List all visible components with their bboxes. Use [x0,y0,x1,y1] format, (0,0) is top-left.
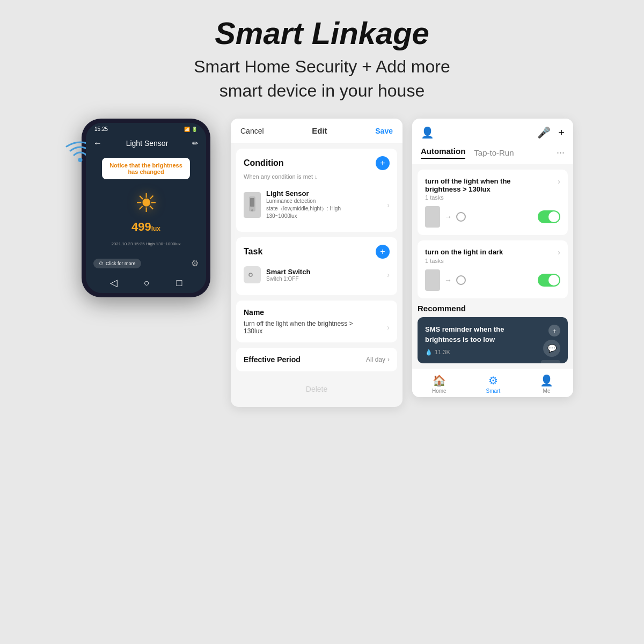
condition-section: Condition + When any condition is met ↓ … [236,149,397,232]
auto-arrow-icon-2: → [444,276,452,284]
task-chevron-icon[interactable]: › [387,270,390,279]
auto-card-1-chevron-icon[interactable]: › [558,177,560,186]
condition-item-desc: Luminance detectionstate（low,middle,high… [266,197,382,220]
phone-app-header: ← Light Sensor ✏ [86,135,206,152]
automation-panel: 👤 🎤 + Automation Tap-to-Run ··· turn off… [412,119,573,397]
task-item-name: Smart Switch [266,268,382,276]
add-icon[interactable]: + [558,127,565,139]
condition-item-name: Light Sensor [266,189,382,197]
auto-card-2-chevron-icon[interactable]: › [558,248,560,257]
auto-panel-header: 👤 🎤 + [412,119,573,147]
phone-date: 2021.10.23 15:25 High 130~1000lux [111,241,180,246]
auto-card-1-footer: → [425,206,560,228]
task-section-header: Task + [244,245,390,259]
auto-header-icons: 🎤 + [537,126,565,139]
tab-automation[interactable]: Automation [421,147,465,159]
nav-me[interactable]: 👤 Me [540,374,553,394]
notice-box: Notice that the brightnesshas changed [102,158,190,179]
condition-section-header: Condition + [244,156,390,170]
auto-device-icon-1 [425,206,440,228]
phone-nav-bar: ◁ ○ □ [86,273,206,293]
nav-back-icon[interactable]: ◁ [110,277,118,289]
nav-recents-icon[interactable]: □ [176,277,182,289]
name-section: Name turn off the light when the brightn… [236,301,397,342]
settings-icon[interactable]: ⚙ [191,258,199,268]
main-subtitle: Smart Home Security + Add more smart dev… [194,55,450,103]
add-condition-button[interactable]: + [376,156,390,170]
recommend-icons: + 💬 📷 [541,325,560,363]
tab-tap-to-run[interactable]: Tap-to-Run [474,148,514,157]
effective-chevron-icon[interactable]: › [387,356,390,363]
svg-rect-2 [250,198,254,207]
auto-card-1-tasks: 1 tasks [425,194,560,201]
task-text-block: Smart Switch Switch 1:OFF [266,268,382,282]
cancel-button[interactable]: Cancel [240,127,264,135]
delete-section: Delete [236,377,397,401]
save-button[interactable]: Save [375,127,393,135]
auto-arrow-icon-1: → [444,213,452,221]
task-title: Task [244,247,262,257]
recommend-title: Recommend [418,304,568,313]
name-value[interactable]: turn off the light when the brightness >… [244,320,390,335]
sensor-icon [244,192,261,218]
user-icon[interactable]: 👤 [421,126,434,139]
nav-home-icon[interactable]: ○ [144,277,150,289]
auto-toggle-2[interactable] [538,274,560,287]
phone-screen: 15:25 📶 🔋 ← Light Sensor ✏ Notice that t… [86,123,206,293]
recommend-add-button[interactable]: + [548,325,560,336]
main-title: Smart Linkage [194,16,450,50]
effective-value: All day › [366,356,390,363]
svg-point-3 [251,209,253,211]
task-item: Smart Switch Switch 1:OFF › [244,262,390,288]
name-label: Name [244,308,390,317]
phone-mockup: 15:25 📶 🔋 ← Light Sensor ✏ Notice that t… [71,119,221,297]
condition-chevron-icon[interactable]: › [387,201,390,209]
nav-smart[interactable]: ⚙ Smart [486,374,501,394]
task-section: Task + Smart Switch Switch 1:OFF › [236,237,397,295]
effective-period-section[interactable]: Effective Period All day › [236,348,397,371]
phone-outer: 15:25 📶 🔋 ← Light Sensor ✏ Notice that t… [82,119,210,297]
phone-status-bar: 15:25 📶 🔋 [86,123,206,135]
phone-time: 15:25 [94,126,108,132]
automation-card-1: turn off the light when thebrightness > … [418,170,568,235]
nav-me-label: Me [543,388,551,394]
name-chevron-icon[interactable]: › [387,323,390,332]
auto-card-1-title-row: turn off the light when thebrightness > … [425,177,560,193]
back-icon[interactable]: ← [93,138,102,148]
recommend-section: Recommend SMS reminder when the brightne… [418,304,568,363]
phone-screen-title: Light Sensor [126,139,169,148]
add-task-button[interactable]: + [376,245,390,259]
recommend-card-title: SMS reminder when the brightness is too … [425,325,506,344]
rec-chat-icon: 💬 [543,340,560,357]
condition-text-block: Light Sensor Luminance detectionstate（lo… [266,189,382,220]
nav-home[interactable]: 🏠 Home [432,374,447,394]
more-options-icon[interactable]: ··· [557,147,565,158]
auto-card-2-title: turn on the light in dark [425,248,554,256]
effective-label: Effective Period [244,355,301,364]
click-more-button[interactable]: ⏱ Click for more [93,259,141,268]
auto-dot-circle-1 [456,212,466,222]
sun-icon: ☀ [135,188,158,218]
phone-main-content: Notice that the brightnesshas changed ☀ … [86,152,206,252]
content-area: 15:25 📶 🔋 ← Light Sensor ✏ Notice that t… [0,113,644,412]
edit-panel-title: Edit [312,126,327,135]
edit-icon[interactable]: ✏ [192,139,199,148]
svg-point-0 [78,158,83,162]
auto-bottom-nav: 🏠 Home ⚙ Smart 👤 Me [412,369,573,397]
auto-dot-circle-2 [456,275,466,285]
smart-icon: ⚙ [488,374,498,387]
automation-card-2: turn on the light in dark › 1 tasks → [418,240,568,298]
home-icon: 🏠 [433,374,446,387]
lux-value: 499lux [131,220,160,234]
auto-tabs: Automation Tap-to-Run ··· [412,147,573,164]
delete-button[interactable]: Delete [306,385,327,393]
auto-card-2-title-row: turn on the light in dark › [425,248,560,257]
auto-device-icon-2 [425,269,440,291]
mic-icon[interactable]: 🎤 [537,126,551,139]
auto-card-1-title: turn off the light when thebrightness > … [425,177,554,193]
auto-toggle-1[interactable] [538,210,560,223]
auto-card-2-tasks: 1 tasks [425,258,560,264]
task-item-desc: Switch 1:OFF [266,276,382,282]
recommend-card: SMS reminder when the brightness is too … [418,317,568,363]
status-icons: 📶 🔋 [184,127,197,132]
